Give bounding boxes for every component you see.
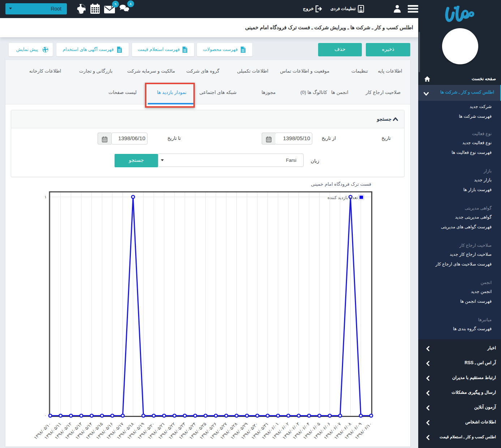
svg-text:فست ترک فرودگاه امام خمینی: فست ترک فرودگاه امام خمینی: [311, 181, 371, 187]
svg-text:تعداد بازدید کننده: تعداد بازدید کننده: [327, 195, 358, 201]
svg-text:۰: ۰: [44, 413, 47, 418]
svg-text:۱: ۱: [44, 195, 47, 199]
